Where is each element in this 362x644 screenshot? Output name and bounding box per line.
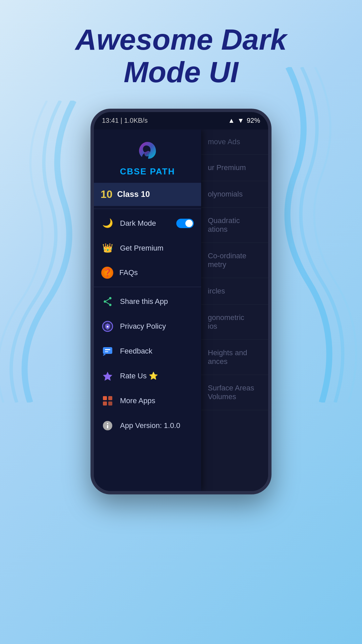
svg-point-1 xyxy=(104,300,106,303)
faqs-icon: ❓ xyxy=(101,267,113,279)
svg-rect-19 xyxy=(107,425,108,428)
rate-us-icon xyxy=(101,370,114,382)
feedback-icon xyxy=(101,345,114,358)
app-version-label: App Version: 1.0.0 xyxy=(120,421,194,430)
share-icon xyxy=(101,295,114,308)
share-app-label: Share this App xyxy=(120,297,194,306)
navigation-drawer: CBSE PATH 10 Class 10 🌙 Dark Mode 👑 Get … xyxy=(94,129,201,491)
status-bar: 13:41 | 1.0KB/s ▲ ▼ 92% xyxy=(94,112,268,129)
privacy-icon xyxy=(101,320,114,333)
wifi-icon: ▼ xyxy=(237,117,244,124)
quadratic-item[interactable]: Quadratications xyxy=(201,208,268,243)
divider-2 xyxy=(94,287,201,287)
svg-point-2 xyxy=(109,304,112,306)
premium-item[interactable]: ur Premium xyxy=(201,155,268,181)
rate-us-label: Rate Us ⭐ xyxy=(120,372,194,380)
drawer-item-more-apps[interactable]: More Apps xyxy=(94,388,201,413)
svg-point-0 xyxy=(109,297,112,299)
surface-areas-item[interactable]: Surface AreasVolumes xyxy=(201,375,268,410)
svg-point-18 xyxy=(107,423,108,424)
remove-ads-item[interactable]: move Ads xyxy=(201,129,268,155)
drawer-item-rate-us[interactable]: Rate Us ⭐ xyxy=(94,364,201,388)
divider-1 xyxy=(94,209,201,209)
svg-line-4 xyxy=(106,302,109,304)
dark-mode-icon: 🌙 xyxy=(101,217,114,230)
trigonometric-item[interactable]: gonometricios xyxy=(201,305,268,340)
battery-icon: 92% xyxy=(247,117,260,124)
svg-marker-12 xyxy=(103,372,112,381)
svg-rect-11 xyxy=(105,351,108,352)
drawer-item-get-premium[interactable]: 👑 Get Premium xyxy=(94,236,201,261)
polynomials-item[interactable]: olynomials xyxy=(201,181,268,208)
circles-item[interactable]: ircles xyxy=(201,278,268,305)
heights-item[interactable]: Heights andances xyxy=(201,340,268,375)
svg-rect-8 xyxy=(103,347,112,354)
svg-rect-16 xyxy=(108,401,112,406)
drawer-item-faqs[interactable]: ❓ FAQs xyxy=(94,261,201,285)
dark-mode-toggle[interactable] xyxy=(176,219,194,228)
status-time: 13:41 | 1.0KB/s xyxy=(102,117,147,124)
drawer-item-dark-mode[interactable]: 🌙 Dark Mode xyxy=(94,211,201,236)
app-content: CBSE PATH 10 Class 10 🌙 Dark Mode 👑 Get … xyxy=(94,129,268,491)
faqs-label: FAQs xyxy=(119,268,194,277)
class-selector[interactable]: 10 Class 10 xyxy=(94,183,201,206)
drawer-item-privacy-policy[interactable]: Privacy Policy xyxy=(94,314,201,339)
class-number: 10 xyxy=(101,188,113,201)
class-label: Class 10 xyxy=(117,190,150,199)
app-name: CBSE PATH xyxy=(120,166,175,177)
feedback-label: Feedback xyxy=(120,347,194,356)
svg-rect-15 xyxy=(103,401,107,406)
info-icon xyxy=(101,419,114,432)
privacy-policy-label: Privacy Policy xyxy=(120,322,194,331)
main-content: move Ads ur Premium olynomials Quadratic… xyxy=(201,129,268,491)
signal-icon: ▲ xyxy=(228,117,235,124)
svg-rect-14 xyxy=(108,396,112,400)
app-logo-area: CBSE PATH xyxy=(94,129,201,183)
page-title: Awesome Dark Mode UI xyxy=(55,23,307,89)
svg-line-3 xyxy=(106,299,109,301)
more-apps-label: More Apps xyxy=(120,396,194,405)
get-premium-icon: 👑 xyxy=(101,242,114,255)
svg-marker-9 xyxy=(103,354,106,356)
status-icons: ▲ ▼ 92% xyxy=(228,117,260,124)
app-logo-icon xyxy=(135,139,160,163)
drawer-item-app-version: App Version: 1.0.0 xyxy=(94,413,201,438)
svg-point-7 xyxy=(107,326,109,327)
coordinate-item[interactable]: Co-ordinatemetry xyxy=(201,243,268,278)
toggle-thumb xyxy=(185,220,193,227)
get-premium-label: Get Premium xyxy=(120,244,194,253)
svg-rect-13 xyxy=(103,396,107,400)
more-apps-icon xyxy=(101,394,114,407)
dark-mode-label: Dark Mode xyxy=(120,219,170,228)
drawer-item-feedback[interactable]: Feedback xyxy=(94,339,201,364)
svg-rect-10 xyxy=(105,349,110,350)
phone-frame: 13:41 | 1.0KB/s ▲ ▼ 92% xyxy=(90,109,272,494)
drawer-item-share-app[interactable]: Share this App xyxy=(94,289,201,314)
